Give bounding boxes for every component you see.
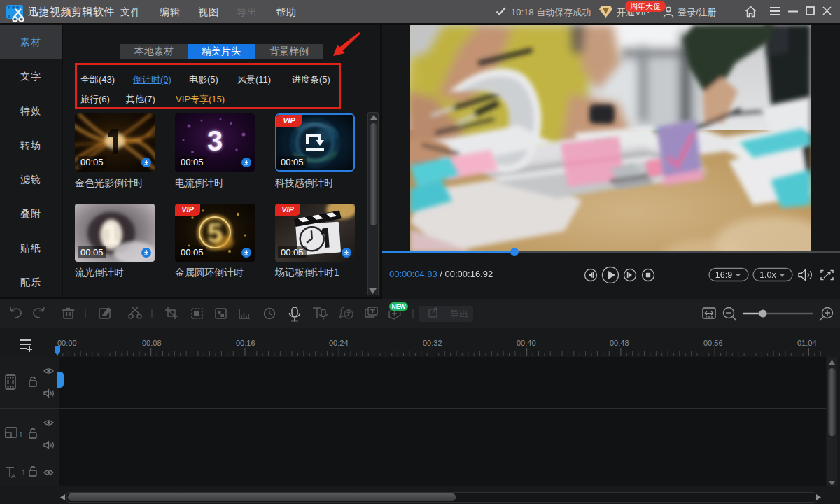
svg-text:16:9: 16:9 <box>715 270 732 280</box>
svg-text:00:32: 00:32 <box>423 339 442 347</box>
svg-text:NEW: NEW <box>392 303 407 310</box>
svg-text:01:04: 01:04 <box>797 339 817 347</box>
svg-text:导出: 导出 <box>450 309 468 319</box>
svg-text:3: 3 <box>207 125 223 156</box>
svg-text:00:08: 00:08 <box>142 339 162 347</box>
svg-text:00:16: 00:16 <box>236 339 255 347</box>
svg-text:5: 5 <box>207 218 223 248</box>
svg-text:1: 1 <box>103 218 119 251</box>
svg-text:00:48: 00:48 <box>610 339 629 347</box>
svg-text:1: 1 <box>19 431 23 439</box>
svg-text:00:40: 00:40 <box>517 339 536 347</box>
svg-text:00:24: 00:24 <box>329 339 349 347</box>
svg-text:00:56: 00:56 <box>704 339 723 347</box>
svg-text:1: 1 <box>22 469 26 477</box>
svg-text:1.0x: 1.0x <box>760 270 776 280</box>
svg-text:00:00: 00:00 <box>57 339 77 347</box>
svg-text:A: A <box>11 472 15 479</box>
